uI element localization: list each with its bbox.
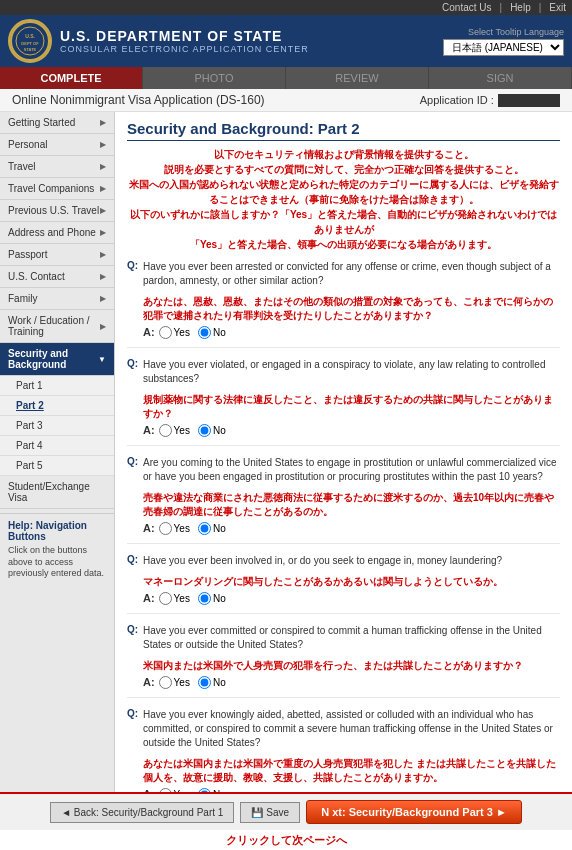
help-title: Help: Navigation Buttons [8,520,106,542]
app-header: Online Nonimmigrant Visa Application (DS… [0,89,572,112]
tab-photo[interactable]: PHOTO [143,67,286,89]
q1-text: Have you ever been arrested or convicted… [143,260,560,288]
q4-text: Have you ever been involved in, or do yo… [143,554,502,568]
lang-label: Select Tooltip Language [468,27,564,37]
q5-no-option[interactable]: No [198,676,226,689]
back-button[interactable]: ◄ Back: Security/Background Part 1 [50,802,234,823]
sidebar-item-security-background[interactable]: Security and Background ▼ [0,343,114,376]
sidebar-item-us-contact[interactable]: U.S. Contact ▶ [0,266,114,288]
sidebar-item-work-education[interactable]: Work / Education / Training ▶ [0,310,114,343]
application-id: Application ID : [420,94,560,107]
q4-radio-group[interactable]: Yes No [159,592,226,605]
q5-japanese: 米国内または米国外で人身売買の犯罪を行った、または共謀したことがありますか？ [143,659,560,673]
q3-yes-option[interactable]: Yes [159,522,190,535]
question-2: Q: Have you ever violated, or engaged in… [127,358,560,446]
sidebar-subitem-part2[interactable]: Part 2 [0,396,114,416]
bottom-nav: ◄ Back: Security/Background Part 1 💾 Sav… [0,792,572,830]
top-bar: Contact Us | Help | Exit [0,0,572,15]
save-button[interactable]: 💾 Save [240,802,300,823]
sidebar-item-family[interactable]: Family ▶ [0,288,114,310]
sidebar-item-personal[interactable]: Personal ▶ [0,134,114,156]
page-title: Security and Background: Part 2 [127,120,560,141]
tab-complete[interactable]: COMPLETE [0,67,143,89]
q3-text: Are you coming to the United States to e… [143,456,560,484]
q2-yes-option[interactable]: Yes [159,424,190,437]
chevron-icon: ▶ [100,250,106,259]
q3-no-option[interactable]: No [198,522,226,535]
site-subtitle: Consular Electronic Application Center [60,44,309,54]
sidebar-item-passport[interactable]: Passport ▶ [0,244,114,266]
chevron-icon: ▶ [100,206,106,215]
language-selector[interactable]: Select Tooltip Language 日本語 (JAPANESE) [443,27,564,56]
lang-select[interactable]: 日本語 (JAPANESE) [443,39,564,56]
chevron-icon: ▶ [100,140,106,149]
sidebar-item-previous-us-travel[interactable]: Previous U.S. Travel ▶ [0,200,114,222]
main-layout: Getting Started ▶ Personal ▶ Travel ▶ Tr… [0,112,572,792]
chevron-icon: ▼ [98,355,106,364]
main-content: Security and Background: Part 2 以下のセキュリテ… [115,112,572,792]
q6-text: Have you ever knowingly aided, abetted, … [143,708,560,750]
q1-radio-group[interactable]: Yes No [159,326,226,339]
q4-japanese: マネーロンダリングに関与したことがあるかあるいは関与しようとしているか。 [143,575,560,589]
q1-no-option[interactable]: No [198,326,226,339]
q4-yes-option[interactable]: Yes [159,592,190,605]
help-text: Click on the buttons above to access pre… [8,545,106,580]
nav-tabs: COMPLETE PHOTO REVIEW SIGN [0,67,572,89]
sidebar-item-getting-started[interactable]: Getting Started ▶ [0,112,114,134]
tab-sign[interactable]: SIGN [429,67,572,89]
chevron-icon: ▶ [100,322,106,331]
help-box: Help: Navigation Buttons Click on the bu… [0,513,114,586]
help-link[interactable]: Help [510,2,531,13]
tab-review[interactable]: REVIEW [286,67,429,89]
sidebar-subitem-part5[interactable]: Part 5 [0,456,114,476]
sidebar-subitem-part4[interactable]: Part 4 [0,436,114,456]
click-hint: クリックして次ページへ [226,834,347,846]
q5-text: Have you ever committed or conspired to … [143,624,560,652]
q6-radio-group[interactable]: Yes No [159,788,226,792]
q1-japanese: あなたは、恩赦、恩赦、またはその他の類似の措置の対象であっても、これまでに何らか… [143,295,560,323]
sidebar-subitems: Part 1 Part 2 Part 3 Part 4 Part 5 [0,376,114,476]
chevron-icon: ▶ [100,272,106,281]
q4-no-option[interactable]: No [198,592,226,605]
chevron-icon: ▶ [100,228,106,237]
contact-us-link[interactable]: Contact Us [442,2,491,13]
q3-radio-group[interactable]: Yes No [159,522,226,535]
question-3: Q: Are you coming to the United States t… [127,456,560,544]
sidebar-item-address-phone[interactable]: Address and Phone ▶ [0,222,114,244]
intro-japanese: 以下のセキュリティ情報および背景情報を提供すること。 説明を必要とするすべての質… [127,147,560,252]
site-title: U.S. Department of State [60,28,309,44]
q2-radio-group[interactable]: Yes No [159,424,226,437]
application-title: Online Nonimmigrant Visa Application (DS… [12,93,265,107]
next-button[interactable]: N xt: Security/Background Part 3 ► [306,800,522,824]
svg-text:STATE: STATE [24,47,37,52]
q5-yes-option[interactable]: Yes [159,676,190,689]
chevron-icon: ▶ [100,118,106,127]
sidebar-item-travel[interactable]: Travel ▶ [0,156,114,178]
q1-yes-option[interactable]: Yes [159,326,190,339]
exit-link[interactable]: Exit [549,2,566,13]
question-5: Q: Have you ever committed or conspired … [127,624,560,698]
sidebar-subitem-part1[interactable]: Part 1 [0,376,114,396]
chevron-icon: ▶ [100,162,106,171]
click-hint-area: クリックして次ページへ [0,830,572,850]
department-seal: U.S. DEPT OF STATE [8,19,52,63]
chevron-icon: ▶ [100,294,106,303]
question-1: Q: Have you ever been arrested or convic… [127,260,560,348]
question-4: Q: Have you ever been involved in, or do… [127,554,560,614]
q2-no-option[interactable]: No [198,424,226,437]
q6-japanese: あなたは米国内または米国外で重度の人身売買犯罪を犯した または共謀したことを共謀… [143,757,560,785]
sidebar-item-travel-companions[interactable]: Travel Companions ▶ [0,178,114,200]
app-id-value [498,94,560,107]
q6-no-option[interactable]: No [198,788,226,792]
q6-yes-option[interactable]: Yes [159,788,190,792]
chevron-icon: ▶ [100,184,106,193]
save-icon: 💾 [251,807,263,818]
sidebar: Getting Started ▶ Personal ▶ Travel ▶ Tr… [0,112,115,792]
q2-japanese: 規制薬物に関する法律に違反したこと、または違反するための共謀に関与したことがあり… [143,393,560,421]
svg-text:U.S.: U.S. [25,33,35,39]
sidebar-subitem-part3[interactable]: Part 3 [0,416,114,436]
question-6: Q: Have you ever knowingly aided, abette… [127,708,560,792]
q5-radio-group[interactable]: Yes No [159,676,226,689]
site-header: U.S. DEPT OF STATE U.S. Department of St… [0,15,572,67]
sidebar-item-student-exchange[interactable]: Student/Exchange Visa [0,476,114,509]
